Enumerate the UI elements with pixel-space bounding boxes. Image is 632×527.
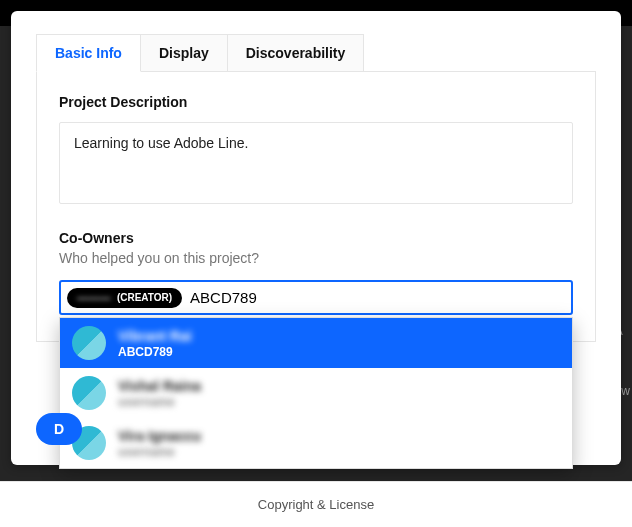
co-owners-section: Co-Owners Who helped you on this project… — [59, 230, 573, 315]
co-owners-text-input[interactable] — [190, 287, 565, 308]
creator-chip-role: (CREATOR) — [117, 292, 172, 303]
suggestion-sub: username — [118, 445, 201, 459]
avatar-icon — [72, 326, 106, 360]
tab-discoverability[interactable]: Discoverability — [228, 34, 365, 72]
suggestion-name: Vira Ignaccu — [118, 428, 201, 444]
suggestion-text: Vibrant Rai ABCD789 — [118, 328, 192, 359]
tab-display[interactable]: Display — [141, 34, 228, 72]
suggestion-name: Vishal Raina — [118, 378, 201, 394]
suggestion-item[interactable]: Vishal Raina username — [60, 368, 572, 418]
primary-action-button[interactable]: D — [36, 413, 82, 445]
creator-chip-name: ——— — [77, 292, 111, 304]
suggestion-sub: ABCD789 — [118, 345, 192, 359]
suggestion-text: Vira Ignaccu username — [118, 428, 201, 459]
suggestion-sub: username — [118, 395, 201, 409]
co-owners-suggestions[interactable]: Vibrant Rai ABCD789 Vishal Raina usernam… — [59, 317, 573, 469]
tab-bar: Basic Info Display Discoverability — [36, 33, 596, 71]
project-description-section: Project Description Learning to use Adob… — [59, 94, 573, 204]
avatar-icon — [72, 376, 106, 410]
project-settings-modal: Basic Info Display Discoverability Proje… — [11, 11, 621, 465]
creator-chip[interactable]: ——— (CREATOR) — [67, 288, 182, 308]
suggestion-item[interactable]: Vibrant Rai ABCD789 — [60, 318, 572, 368]
footer-text: Copyright & License — [258, 497, 374, 512]
co-owners-sublabel: Who helped you on this project? — [59, 250, 573, 266]
co-owners-label: Co-Owners — [59, 230, 573, 246]
suggestion-name: Vibrant Rai — [118, 328, 192, 344]
project-description-label: Project Description — [59, 94, 573, 110]
page-footer: Copyright & License — [0, 481, 632, 527]
suggestion-text: Vishal Raina username — [118, 378, 201, 409]
suggestion-item[interactable]: Vira Ignaccu username — [60, 418, 572, 468]
project-description-input[interactable]: Learning to use Adobe Line. — [59, 122, 573, 204]
tab-basic-info[interactable]: Basic Info — [36, 34, 141, 72]
co-owners-input-wrap[interactable]: ——— (CREATOR) — [59, 280, 573, 315]
tab-panel-basic: Project Description Learning to use Adob… — [36, 71, 596, 342]
